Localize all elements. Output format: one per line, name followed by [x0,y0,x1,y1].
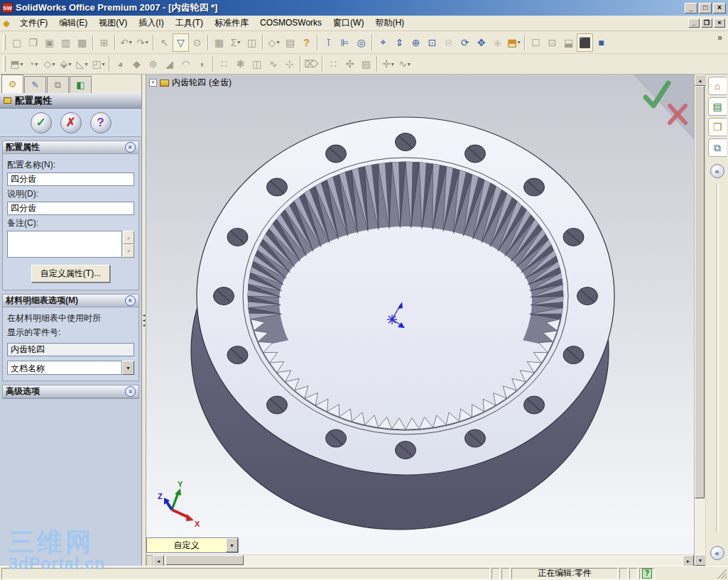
feature-tree-node[interactable]: + 内齿轮四 (全齿) [149,77,232,89]
measure-button[interactable]: ⊺ [320,33,337,52]
dropdown-arrow-icon[interactable]: ▾ [68,61,71,67]
dropdown-arrow-icon[interactable]: ▾ [85,61,87,67]
internal-ring-gear-model[interactable] [191,117,614,530]
custom-properties-button[interactable]: 自定义属性(T)... [31,265,110,283]
expand-chevron-icon[interactable]: « [125,386,136,397]
scrollbar-track[interactable] [164,555,683,566]
description-input[interactable] [7,202,134,215]
configuration-combo[interactable]: 自定义 ▼ [146,537,239,553]
wrap-button[interactable]: ◗ [194,55,210,73]
scrollbar-split-box[interactable] [146,555,153,566]
undo-button[interactable]: ↶▾ [118,33,134,52]
graphics-area[interactable]: XYZ + 内齿轮四 (全齿) 自定义 ▼ ◄ ► [146,75,694,566]
dropdown-arrow-icon[interactable]: ▾ [52,61,55,67]
options-button[interactable]: ▤ [282,33,298,52]
scroll-right-icon[interactable]: ► [683,555,694,566]
dropdown-arrow-icon[interactable]: ▼ [226,538,238,552]
draft-button[interactable]: ◢ [161,55,178,73]
toolbar-grip[interactable] [3,56,6,72]
zoom-to-selection-button[interactable]: ⊖ [440,33,457,52]
zoom-area-button[interactable]: ⊕ [408,33,424,52]
reference-geometry-button[interactable]: ⊹ [281,55,298,73]
advanced-options-group-header[interactable]: 高级选项 « [3,385,138,398]
minimize-button[interactable]: _ [685,3,697,13]
menu-item-3[interactable]: 插入(I) [133,16,169,29]
standard-views-button[interactable]: ⬒▾ [506,33,522,52]
scroll-up-icon[interactable]: ▲ [695,75,706,86]
zoom-in-out-button[interactable]: ⇕ [391,33,408,52]
3d-drawing-view-button[interactable]: ◈ [489,33,506,52]
spline-button[interactable]: ∿▾ [396,55,413,73]
cancel-button[interactable]: ✗ [60,112,82,133]
sketch-settings-button[interactable]: Σ▾ [227,33,244,52]
quick-tips-icon[interactable]: ? [642,569,652,579]
mass-properties-button[interactable]: ⊫ [337,33,353,52]
solidworks-resources-tab[interactable]: ⌂ [708,77,727,95]
print-button[interactable]: ⊞ [96,33,112,52]
design-library-feature-button[interactable]: ▤ [358,55,374,73]
toolbar-overflow-button[interactable]: » [713,31,727,44]
horizontal-scrollbar[interactable]: ◄ ► [146,554,694,566]
configurationmanager-tab[interactable]: ⧉ [47,76,69,93]
hole-wizard-button[interactable]: ⊚ [145,55,161,73]
make-assembly-from-part-button[interactable]: ▩ [74,33,90,52]
dropdown-arrow-icon[interactable]: ▾ [102,61,105,67]
section-properties-button[interactable]: ◎ [353,33,369,52]
dropdown-arrow-icon[interactable]: ▼ [122,361,134,375]
extruded-boss-button[interactable]: ⬒▾ [9,55,25,73]
shaded-button[interactable]: ■ [593,33,609,52]
help-button[interactable]: ? [298,33,315,52]
curve-button[interactable]: ∿ [265,55,281,73]
select-button[interactable]: ↖ [156,33,173,52]
resize-grip-icon[interactable] [716,568,727,579]
menu-item-6[interactable]: COSMOSWorks [254,16,327,29]
selection-filter-button[interactable]: ▽ [173,33,189,52]
menu-item-1[interactable]: 编辑(E) [53,16,93,29]
dropdown-arrow-icon[interactable]: ▾ [276,39,279,45]
menu-item-7[interactable]: 窗口(W) [327,16,369,29]
doc-minimize-button[interactable]: _ [688,18,700,28]
collapse-task-pane-button[interactable]: « [710,164,724,178]
scrollbar-thumb[interactable] [165,555,244,565]
collapse-chevron-icon[interactable]: « [125,295,136,306]
menu-item-0[interactable]: 文件(F) [14,16,53,29]
dropdown-arrow-icon[interactable]: ▾ [129,39,132,45]
doc-restore-button[interactable]: ❐ [701,18,712,28]
dropdown-arrow-icon[interactable]: ▾ [408,61,411,67]
smart-fasteners-button[interactable]: ✣ [342,55,358,73]
part-number-source-dropdown[interactable]: 文档名称 [7,361,122,375]
linear-pattern-button[interactable]: ∷ [216,55,232,73]
scroll-down-icon[interactable]: ▼ [695,554,706,566]
zoom-to-fit-button[interactable]: ⌖ [375,33,391,52]
new-document-button[interactable]: ▢ [9,33,25,52]
hidden-lines-visible-button[interactable]: ⊡ [544,33,560,52]
dropdown-arrow-icon[interactable]: ▾ [146,39,148,45]
configuration-properties-group-header[interactable]: 配置属性 « [3,141,138,154]
menu-item-5[interactable]: 标准件库 [209,16,254,29]
equations-button[interactable]: ▦ [211,33,227,52]
collapse-chevron-icon[interactable]: « [125,142,136,153]
rib-button[interactable]: ◺▾ [74,55,90,73]
doc-close-button[interactable]: × [714,18,725,28]
swept-boss-button[interactable]: ◇▾ [41,55,58,73]
task-pane-splitter[interactable] [716,184,719,533]
propertymanager-tab[interactable]: ✎ [24,76,46,93]
dropdown-arrow-icon[interactable]: ▾ [21,61,23,67]
dome-button[interactable]: ◠ [178,55,194,73]
hidden-lines-removed-button[interactable]: ⬓ [560,33,577,52]
menu-item-8[interactable]: 帮助(H) [369,16,410,29]
wireframe-button[interactable]: ☐ [528,33,544,52]
sketch-entities-button[interactable]: ✛▾ [380,55,396,73]
dropdown-arrow-icon[interactable]: ▾ [391,61,394,67]
maximize-button[interactable]: □ [699,3,712,13]
fillet-button[interactable]: ◕ [112,55,129,73]
make-drawing-from-part-button[interactable]: ▥ [58,33,74,52]
menu-item-2[interactable]: 视图(V) [93,16,133,29]
hide-show-items-button[interactable]: ◫ [244,33,260,52]
shell-button[interactable]: ◰▾ [90,55,107,73]
scroll-down-icon[interactable]: ▼ [123,244,134,258]
file-explorer-tab[interactable]: ❒ [708,118,727,136]
cosmosworks-tab[interactable]: ◧ [70,76,92,93]
lofted-boss-button[interactable]: ⬙▾ [58,55,74,73]
dropdown-arrow-icon[interactable]: ▾ [518,39,521,45]
